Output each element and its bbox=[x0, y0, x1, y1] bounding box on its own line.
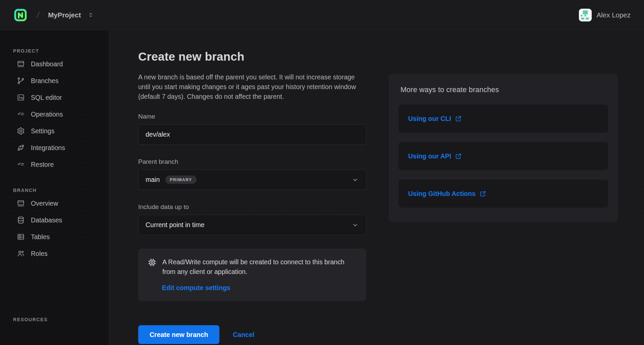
panel-title: More ways to create branches bbox=[400, 86, 608, 94]
name-label: Name bbox=[138, 113, 366, 120]
edit-compute-settings-link[interactable]: Edit compute settings bbox=[162, 284, 230, 292]
sidebar-item-label: Overview bbox=[31, 200, 58, 207]
sidebar-section-resources: RESOURCES bbox=[0, 317, 109, 324]
sidebar-item-sql-editor[interactable]: SQL editor bbox=[0, 89, 109, 106]
compute-info-box: A Read/Write compute will be created to … bbox=[138, 249, 366, 301]
breadcrumb: / MyProject bbox=[13, 7, 95, 23]
create-branch-button[interactable]: Create new branch bbox=[138, 325, 219, 344]
sidebar-section-branch: BRANCHOverviewDatabasesTablesRoles bbox=[0, 188, 109, 262]
operations-icon bbox=[17, 110, 25, 118]
card-link-label: Using GitHub Actions bbox=[408, 190, 476, 198]
sidebar-item-label: Restore bbox=[31, 161, 54, 168]
parent-branch-label: Parent branch bbox=[138, 158, 366, 165]
external-link-icon bbox=[455, 115, 462, 122]
branches-icon bbox=[17, 77, 25, 85]
topbar: / MyProject Alex Lopez bbox=[0, 0, 644, 30]
sidebar-section-project: PROJECTDashboardBranchesSQL editorOperat… bbox=[0, 48, 109, 173]
sidebar-item-label: Tables bbox=[31, 233, 50, 241]
card-using-our-cli[interactable]: Using our CLI bbox=[398, 104, 608, 133]
include-data-label: Include data up to bbox=[138, 203, 366, 211]
sidebar-item-label: SQL editor bbox=[31, 94, 62, 101]
sidebar-item-overview[interactable]: Overview bbox=[0, 195, 109, 212]
sidebar-section-label: PROJECT bbox=[0, 48, 109, 56]
sidebar-item-label: Branches bbox=[31, 77, 58, 85]
user-name: Alex Lopez bbox=[597, 11, 631, 19]
sidebar-item-integrations[interactable]: Integrations bbox=[0, 139, 109, 156]
neon-logo[interactable] bbox=[13, 7, 28, 23]
sidebar-item-label: Operations bbox=[31, 111, 63, 118]
sidebar-item-tables[interactable]: Tables bbox=[0, 228, 109, 245]
chevron-down-icon bbox=[352, 221, 359, 229]
sidebar: PROJECTDashboardBranchesSQL editorOperat… bbox=[0, 30, 109, 345]
cancel-link[interactable]: Cancel bbox=[233, 331, 254, 339]
breadcrumb-separator: / bbox=[36, 10, 40, 20]
name-field-group: Name bbox=[138, 113, 366, 145]
parent-branch-select[interactable]: main PRIMARY bbox=[138, 169, 366, 190]
form-actions: Create new branch Cancel bbox=[138, 325, 366, 344]
external-link-icon bbox=[455, 152, 462, 160]
sidebar-item-databases[interactable]: Databases bbox=[0, 212, 109, 228]
sidebar-item-roles[interactable]: Roles bbox=[0, 245, 109, 262]
parent-branch-value: main bbox=[146, 176, 160, 184]
sidebar-section-label: RESOURCES bbox=[0, 317, 109, 324]
compute-note: A Read/Write compute will be created to … bbox=[162, 257, 352, 277]
primary-badge: PRIMARY bbox=[165, 176, 196, 184]
tables-icon bbox=[17, 233, 25, 241]
card-link-label: Using our API bbox=[408, 152, 451, 160]
card-link-label: Using our CLI bbox=[408, 115, 451, 123]
sidebar-item-label: Integrations bbox=[31, 144, 65, 152]
user-menu[interactable]: Alex Lopez bbox=[579, 9, 631, 21]
create-branch-form: Create new branch A new branch is based … bbox=[138, 50, 366, 344]
sidebar-section-label: BRANCH bbox=[0, 188, 109, 195]
sidebar-item-dashboard[interactable]: Dashboard bbox=[0, 56, 109, 72]
sidebar-item-label: Databases bbox=[31, 216, 62, 224]
link-using-our-api[interactable]: Using our API bbox=[408, 152, 462, 160]
chevron-down-icon bbox=[352, 176, 359, 184]
cpu-icon bbox=[148, 258, 157, 277]
overview-icon bbox=[17, 199, 25, 207]
dashboard-icon bbox=[17, 60, 25, 68]
external-link-icon bbox=[479, 190, 486, 197]
settings-icon bbox=[17, 127, 25, 135]
parent-branch-group: Parent branch main PRIMARY bbox=[138, 158, 366, 190]
sidebar-item-label: Settings bbox=[31, 127, 54, 135]
sidebar-item-restore[interactable]: Restore bbox=[0, 156, 109, 173]
sql-editor-icon bbox=[17, 93, 25, 101]
link-using-our-cli[interactable]: Using our CLI bbox=[408, 115, 462, 123]
include-data-group: Include data up to Current point in time bbox=[138, 203, 366, 235]
link-using-github-actions[interactable]: Using GitHub Actions bbox=[408, 190, 486, 198]
sidebar-item-label: Dashboard bbox=[31, 60, 63, 68]
include-data-select[interactable]: Current point in time bbox=[138, 215, 366, 235]
page-title: Create new branch bbox=[138, 50, 366, 64]
avatar bbox=[579, 9, 592, 21]
main-content: Create new branch A new branch is based … bbox=[109, 30, 644, 345]
project-name: MyProject bbox=[48, 11, 81, 19]
page-description: A new branch is based off the parent you… bbox=[138, 72, 366, 101]
card-using-our-api[interactable]: Using our API bbox=[398, 142, 608, 170]
sidebar-item-settings[interactable]: Settings bbox=[0, 123, 109, 139]
branch-name-input[interactable] bbox=[138, 124, 366, 145]
sidebar-item-label: Roles bbox=[31, 250, 48, 258]
databases-icon bbox=[17, 216, 25, 224]
restore-icon bbox=[17, 160, 25, 168]
more-ways-panel: More ways to create branches Using our C… bbox=[389, 74, 618, 222]
include-data-value: Current point in time bbox=[146, 221, 205, 229]
roles-icon bbox=[17, 250, 25, 258]
integrations-icon bbox=[17, 144, 25, 152]
unfold-icon bbox=[88, 12, 94, 18]
sidebar-item-operations[interactable]: Operations bbox=[0, 106, 109, 123]
project-switcher[interactable]: MyProject bbox=[47, 9, 95, 21]
sidebar-item-branches[interactable]: Branches bbox=[0, 72, 109, 89]
card-using-github-actions[interactable]: Using GitHub Actions bbox=[398, 179, 608, 208]
